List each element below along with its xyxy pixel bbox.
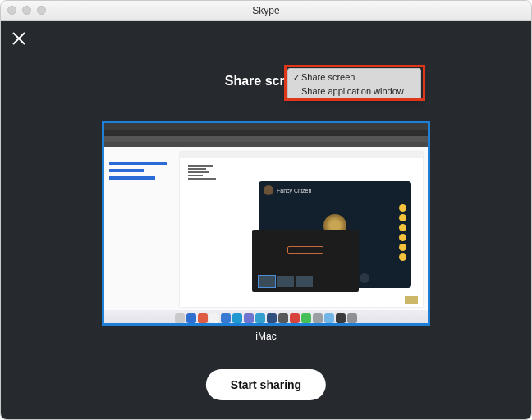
dock-app-icon [175,313,185,323]
titlebar: Skype [1,1,531,21]
page-title: Share screen [1,74,531,89]
dock-app-icon [198,313,208,323]
dock-app-icon [209,313,219,323]
preview-browser-urlbar [104,136,428,142]
avatar-icon [264,185,273,195]
dropdown-item-share-screen[interactable]: ✓ Share screen [288,71,420,84]
preview-doc-page: Fancy Citizen [180,152,423,307]
dock-app-icon [301,313,311,323]
dock-app-icon [278,313,288,323]
preview-document-area: Fancy Citizen [104,147,428,310]
dropdown-item-share-app-window[interactable]: Share application window [288,84,420,98]
dock-app-icon [347,313,357,323]
preview-doc-text [188,165,216,181]
window-title: Skype [252,5,279,16]
checkmark-icon: ✓ [291,71,301,84]
preview-browser-tabs [104,130,428,136]
app-window: Skype Share screen ✓ Share screen Share … [0,0,532,420]
preview-corner-badge [405,296,418,304]
dock-app-icon [324,313,334,323]
preview-nested-thumbs [259,276,313,287]
traffic-close-icon[interactable] [7,6,16,15]
dock-app-icon [336,313,346,323]
start-sharing-button[interactable]: Start sharing [206,369,326,400]
traffic-zoom-icon[interactable] [37,6,46,15]
preview-nested-button [287,246,323,254]
preview-dock [104,310,428,323]
call-participant-name: Fancy Citizen [277,188,311,194]
dropdown-item-label: Share screen [301,71,355,84]
preview-menubar [104,123,428,130]
traffic-lights[interactable] [7,6,46,15]
preview-doc-outline [109,162,167,184]
close-button[interactable] [12,32,25,49]
dock-app-icon [290,313,300,323]
dock-app-icon [267,313,277,323]
dock-app-icon [186,313,196,323]
dropdown-item-label: Share application window [301,85,404,98]
preview-doc-toolbar [180,152,423,158]
traffic-minimize-icon[interactable] [22,6,31,15]
reactions-bar [399,204,406,261]
share-screen-panel: Share screen ✓ Share screen Share applic… [1,21,531,419]
dock-app-icon [255,313,265,323]
share-mode-dropdown[interactable]: ✓ Share screen Share application window [287,68,421,101]
dock-app-icon [313,313,323,323]
dock-app-icon [244,313,254,323]
close-icon [12,32,25,45]
screen-preview[interactable]: Fancy Citizen [102,121,430,326]
more-icon [360,273,369,283]
preview-nested-window [252,230,359,292]
dock-app-icon [221,313,231,323]
screen-preview-container: Fancy Citizen [102,121,430,342]
screen-preview-label: iMac [102,331,430,342]
dock-app-icon [232,313,242,323]
